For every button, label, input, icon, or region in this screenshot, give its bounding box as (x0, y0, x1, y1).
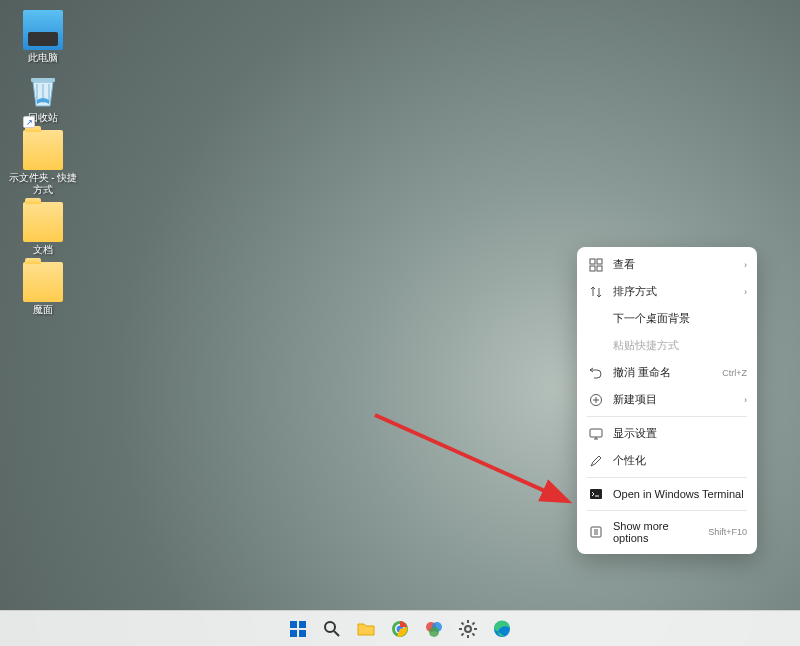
chevron-right-icon: › (744, 287, 747, 297)
menu-item-shortcut: Ctrl+Z (722, 368, 747, 378)
new-icon (589, 393, 603, 407)
undo-icon (589, 366, 603, 380)
taskbar-chrome-button[interactable] (387, 616, 413, 642)
svg-point-15 (325, 622, 335, 632)
svg-rect-7 (590, 489, 602, 499)
svg-point-21 (429, 627, 439, 637)
menu-item-show-more-options[interactable]: Show more options Shift+F10 (581, 514, 753, 550)
desktop-icon-recycle-bin[interactable]: 回收站 (8, 70, 78, 124)
menu-separator (587, 510, 747, 511)
taskbar-settings-button[interactable] (455, 616, 481, 642)
desktop-icons: 此电脑 回收站 ↗ 示文件夹 - 快捷方式 文档 魔面 (8, 10, 78, 316)
menu-item-personalize[interactable]: 个性化 (581, 447, 753, 474)
svg-rect-3 (590, 266, 595, 271)
menu-item-label: 撤消 重命名 (613, 365, 712, 380)
menu-item-view[interactable]: 查看 › (581, 251, 753, 278)
icon-label: 示文件夹 - 快捷方式 (8, 172, 78, 196)
desktop-icon-folder[interactable]: 魔面 (8, 262, 78, 316)
menu-item-label: 个性化 (613, 453, 747, 468)
svg-rect-14 (299, 630, 306, 637)
icon-label: 此电脑 (28, 52, 58, 64)
sort-icon (589, 285, 603, 299)
view-icon (589, 258, 603, 272)
start-icon (288, 619, 308, 639)
svg-rect-13 (290, 630, 297, 637)
menu-item-paste-shortcut: 粘贴快捷方式 (581, 332, 753, 359)
folder-icon (23, 202, 63, 242)
folder-icon (23, 262, 63, 302)
taskbar-start-button[interactable] (285, 616, 311, 642)
display-icon (589, 427, 603, 441)
menu-item-terminal[interactable]: Open in Windows Terminal (581, 481, 753, 507)
folder-icon (23, 130, 63, 170)
svg-rect-2 (597, 259, 602, 264)
menu-item-display-settings[interactable]: 显示设置 (581, 420, 753, 447)
menu-item-label: 查看 (613, 257, 734, 272)
svg-line-10 (375, 415, 565, 500)
taskbar (0, 610, 800, 646)
taskbar-edge-button[interactable] (489, 616, 515, 642)
menu-separator (587, 416, 747, 417)
chrome-icon (390, 619, 410, 639)
menu-item-undo-rename[interactable]: 撤消 重命名 Ctrl+Z (581, 359, 753, 386)
shortcut-arrow-icon: ↗ (23, 116, 35, 128)
taskbar-search-button[interactable] (319, 616, 345, 642)
svg-point-22 (465, 626, 471, 632)
pc-icon (23, 10, 63, 50)
menu-item-label: Open in Windows Terminal (613, 488, 747, 500)
icon-label: 魔面 (33, 304, 53, 316)
edge-icon (492, 619, 512, 639)
search-icon (322, 619, 342, 639)
icon-label: 文档 (33, 244, 53, 256)
svg-rect-6 (590, 429, 602, 437)
desktop-icon-this-pc[interactable]: 此电脑 (8, 10, 78, 64)
svg-rect-1 (590, 259, 595, 264)
menu-separator (587, 477, 747, 478)
desktop-icon-documents[interactable]: 文档 (8, 202, 78, 256)
folder-icon (356, 619, 376, 639)
svg-rect-4 (597, 266, 602, 271)
menu-item-sort[interactable]: 排序方式 › (581, 278, 753, 305)
chevron-right-icon: › (744, 260, 747, 270)
menu-item-label: Show more options (613, 520, 698, 544)
blank-icon (589, 312, 603, 326)
taskbar-explorer-button[interactable] (353, 616, 379, 642)
menu-item-label: 排序方式 (613, 284, 734, 299)
desktop-context-menu: 查看 › 排序方式 › 下一个桌面背景 粘贴快捷方式 撤消 重命名 Ctrl+Z… (577, 247, 757, 554)
menu-item-label: 下一个桌面背景 (613, 311, 747, 326)
chevron-right-icon: › (744, 395, 747, 405)
blank-icon (589, 339, 603, 353)
menu-item-label: 粘贴快捷方式 (613, 338, 747, 353)
colors-icon (424, 619, 444, 639)
recycle-bin-icon (23, 70, 63, 110)
svg-rect-11 (290, 621, 297, 628)
annotation-arrow (370, 410, 580, 530)
menu-item-shortcut: Shift+F10 (708, 527, 747, 537)
personalize-icon (589, 454, 603, 468)
desktop-icon-folder-shortcut[interactable]: ↗ 示文件夹 - 快捷方式 (8, 130, 78, 196)
taskbar-colors-button[interactable] (421, 616, 447, 642)
gear-icon (458, 619, 478, 639)
menu-item-label: 显示设置 (613, 426, 747, 441)
more-options-icon (589, 525, 603, 539)
menu-item-label: 新建项目 (613, 392, 734, 407)
terminal-icon (589, 487, 603, 501)
svg-rect-0 (31, 78, 55, 82)
svg-rect-12 (299, 621, 306, 628)
menu-item-next-background[interactable]: 下一个桌面背景 (581, 305, 753, 332)
menu-item-new[interactable]: 新建项目 › (581, 386, 753, 413)
